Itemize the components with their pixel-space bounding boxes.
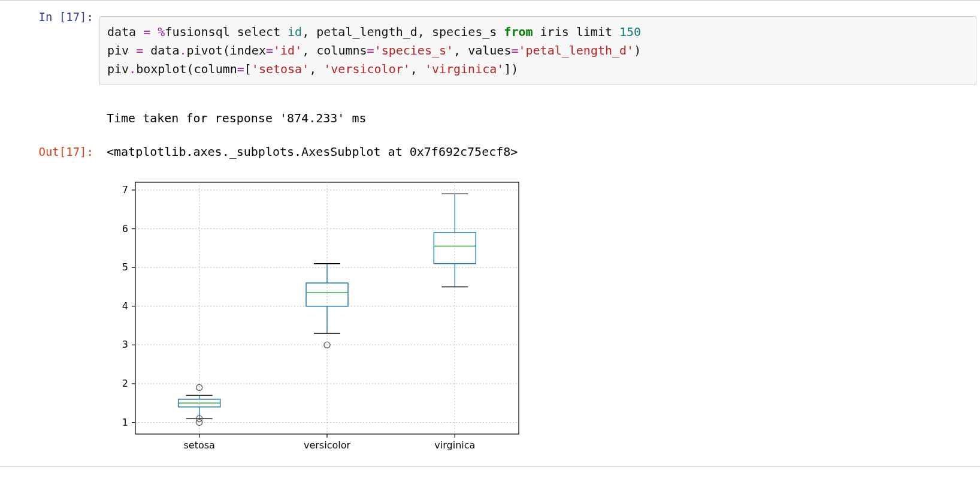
svg-text:6: 6 xyxy=(122,223,128,234)
svg-text:5: 5 xyxy=(122,261,128,273)
output-spacer xyxy=(4,106,99,112)
code-input[interactable]: data = %fusionsql select id, petal_lengt… xyxy=(99,16,976,85)
time-output: Time taken for response '874.233' ms xyxy=(99,106,976,131)
plot-spacer xyxy=(4,164,99,170)
boxplot-svg: 1234567setosaversicolorvirginica xyxy=(107,173,532,460)
repr-output: <matplotlib.axes._subplots.AxesSubplot a… xyxy=(99,139,976,164)
svg-text:1: 1 xyxy=(122,417,128,428)
svg-text:4: 4 xyxy=(122,300,128,312)
input-prompt: In [17]: xyxy=(4,4,99,25)
svg-text:2: 2 xyxy=(122,378,128,389)
code-cell: In [17]: data = %fusionsql select id, pe… xyxy=(0,1,980,464)
svg-text:virginica: virginica xyxy=(434,439,475,451)
svg-text:3: 3 xyxy=(122,339,128,350)
svg-text:7: 7 xyxy=(122,184,128,195)
notebook: In [17]: data = %fusionsql select id, pe… xyxy=(0,0,980,467)
output-prompt: Out[17]: xyxy=(4,139,99,159)
svg-text:versicolor: versicolor xyxy=(304,439,350,451)
boxplot-output: 1234567setosaversicolorvirginica xyxy=(99,164,976,460)
svg-text:setosa: setosa xyxy=(183,439,214,451)
